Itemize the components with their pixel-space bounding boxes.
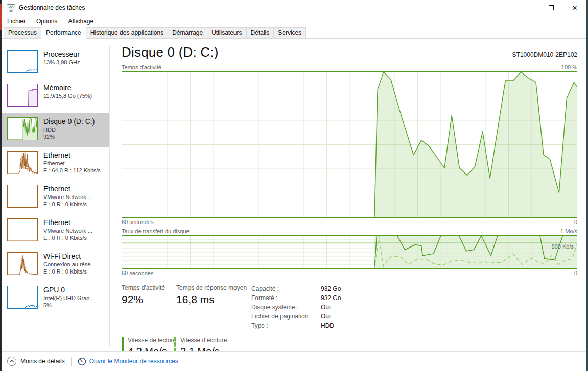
property-row: Fichier de pagination :Oui	[251, 312, 341, 321]
stat-label: Temps de réponse moyen	[176, 284, 251, 291]
read-speed: Vitesse de lecture 4,2 Mo/s	[122, 337, 174, 351]
sidebar-item-memory[interactable]: Mémoire11,9/15,8 Go (75%)	[2, 80, 109, 113]
activity-chart-max: 100 %	[561, 64, 577, 70]
tab-label: Performance	[46, 29, 81, 36]
tab-performance[interactable]: Performance	[41, 27, 86, 39]
sidebar-item-line: E : 0 R : 0 Kbits/s	[43, 268, 96, 275]
sidebar-item-line: Ethernet	[43, 160, 101, 167]
sidebar-item-meta: Disque 0 (D: C:)HDD92%	[43, 117, 95, 140]
property-label: Type :	[251, 322, 321, 329]
read-write-speeds: Vitesse de lecture 4,2 Mo/s Vitesse d'éc…	[122, 337, 577, 351]
background-window-edge-left	[0, 0, 2, 371]
sidebar-item-ethernet2[interactable]: EthernetVMware Network ...E : 0 R : 0 Kb…	[2, 181, 109, 214]
less-details-button[interactable]: Moins de détails	[20, 358, 65, 365]
maximize-icon	[549, 5, 554, 10]
menu-fichier[interactable]: Fichier	[7, 18, 26, 25]
write-speed: Vitesse d'écriture 2,1 Mo/s	[174, 337, 247, 351]
axis-left-label: 60 secondes	[122, 219, 153, 226]
tab-label: Utilisateurs	[211, 29, 242, 36]
window-title: Gestionnaire des tâches	[19, 4, 85, 11]
content-area: Processeur13% 3,98 GHzMémoire11,9/15,8 G…	[2, 39, 586, 351]
chevron-up-circle-icon[interactable]	[7, 356, 17, 366]
sidebar-item-title: Ethernet	[43, 218, 92, 227]
property-value: 932 Go	[321, 294, 341, 302]
sidebar-item-line: 5%	[43, 302, 95, 309]
cpu-thumbnail-chart	[7, 50, 38, 73]
sidebar-item-line: 92%	[43, 133, 95, 140]
axis-right-label: 0	[574, 270, 577, 277]
sidebar-item-gpu0[interactable]: GPU 0Intel(R) UHD Grap...5%	[2, 282, 109, 315]
page-title: Disque 0 (D: C:)	[122, 44, 219, 60]
sidebar-item-title: Wi-Fi Direct	[43, 252, 96, 260]
minimize-icon: −	[526, 4, 530, 12]
sidebar-item-meta: GPU 0Intel(R) UHD Grap...5%	[43, 286, 95, 309]
tab-label: Démarrage	[172, 29, 203, 36]
maximize-button[interactable]	[539, 0, 563, 15]
transfer-chart-labels: Taux de transfert du disque 1 Mo/s	[122, 228, 577, 234]
stat-label: Vitesse d'écriture	[180, 337, 247, 344]
disk-header: Disque 0 (D: C:) ST1000DM010-2EP102	[122, 43, 577, 60]
activity-chart-title: Temps d'activité	[122, 64, 161, 70]
close-button[interactable]: ✕	[563, 0, 586, 15]
sidebar-item-meta: Wi-Fi DirectConnexion au rése...E : 0 R …	[43, 252, 96, 275]
sidebar-item-line: E : 0 R : 0 Kbits/s	[43, 234, 92, 241]
tab-services[interactable]: Services	[273, 27, 306, 38]
sidebar-item-line: 13% 3,98 GHz	[43, 59, 80, 66]
tab-label: Détails	[251, 29, 270, 36]
tab-historique-des-applications[interactable]: Historique des applications	[86, 27, 168, 38]
property-label: Fichier de pagination :	[251, 313, 321, 320]
ethernet3-thumbnail-chart	[7, 218, 38, 241]
open-resource-monitor-link[interactable]: Ouvrir le Moniteur de ressources	[89, 358, 178, 365]
activity-chart	[122, 71, 577, 218]
sidebar-item-wifi-direct[interactable]: Wi-Fi DirectConnexion au rése...E : 0 R …	[2, 248, 109, 282]
sidebar-item-title: GPU 0	[43, 286, 95, 294]
menu-options[interactable]: Options	[36, 18, 57, 25]
memory-thumbnail-chart	[7, 84, 38, 107]
tab-d-marrage[interactable]: Démarrage	[168, 27, 207, 38]
activity-chart-labels: Temps d'activité 100 %	[122, 64, 577, 70]
sidebar-item-disk0[interactable]: Disque 0 (D: C:)HDD92%	[2, 113, 109, 147]
property-row: Disque système :Oui	[251, 303, 341, 312]
stat-label: Temps d'activité	[122, 284, 176, 291]
sidebar-item-meta: Mémoire11,9/15,8 Go (75%)	[43, 84, 92, 100]
minimize-button[interactable]: −	[516, 0, 539, 15]
property-row: Formaté :932 Go	[251, 293, 341, 303]
disk-properties: Capacité :932 GoFormaté :932 GoDisque sy…	[251, 284, 341, 330]
sidebar-item-ethernet3[interactable]: EthernetVMware Network ...E : 0 R : 0 Kb…	[2, 214, 109, 248]
transfer-chart-max: 1 Mo/s	[560, 228, 577, 234]
tab-utilisateurs[interactable]: Utilisateurs	[207, 27, 246, 38]
sidebar-item-line: VMware Network ...	[43, 193, 92, 201]
stat-value: 2,1 Mo/s	[180, 345, 247, 351]
task-manager-window: Gestionnaire des tâches − ✕ FichierOptio…	[2, 0, 586, 371]
menu-affichage[interactable]: Affichage	[68, 18, 93, 25]
disk-stats: Temps d'activité 92% Temps de réponse mo…	[122, 284, 577, 330]
title-bar: Gestionnaire des tâches − ✕	[2, 0, 586, 15]
sidebar-item-ethernet1[interactable]: EthernetEthernetE : 64,0 R : 112 Kbits/s	[2, 147, 109, 181]
sidebar-item-title: Ethernet	[43, 185, 92, 193]
property-value: Oui	[321, 304, 331, 311]
stat-activity: Temps d'activité 92%	[122, 284, 176, 330]
stat-value: 92%	[122, 293, 176, 306]
tab-d-tails[interactable]: Détails	[246, 27, 274, 38]
close-icon: ✕	[572, 4, 578, 12]
sidebar-item-line: Intel(R) UHD Grap...	[43, 294, 95, 302]
sidebar-item-meta: EthernetEthernetE : 64,0 R : 112 Kbits/s	[43, 151, 101, 174]
axis-left-label: 60 secondes	[122, 270, 153, 277]
property-label: Formaté :	[251, 294, 321, 302]
sidebar-item-title: Disque 0 (D: C:)	[43, 117, 95, 126]
sidebar-item-line: 11,9/15,8 Go (75%)	[43, 92, 92, 100]
transfer-chart: 800 Ko/s	[122, 235, 577, 269]
property-label: Capacité :	[251, 285, 321, 292]
performance-sidebar: Processeur13% 3,98 GHzMémoire11,9/15,8 G…	[2, 39, 109, 351]
wifi-direct-thumbnail-chart	[7, 252, 38, 275]
transfer-chart-title: Taux de transfert du disque	[122, 228, 190, 234]
disk-detail-panel: Disque 0 (D: C:) ST1000DM010-2EP102 Temp…	[122, 39, 577, 351]
sidebar-item-cpu[interactable]: Processeur13% 3,98 GHz	[2, 46, 109, 80]
stat-response-time: Temps de réponse moyen 16,8 ms	[176, 284, 251, 330]
tab-processus[interactable]: Processus	[4, 27, 41, 38]
sidebar-item-line: E : 64,0 R : 112 Kbits/s	[43, 167, 101, 174]
resource-monitor-gauge-icon[interactable]	[78, 357, 86, 366]
device-model: ST1000DM010-2EP102	[512, 51, 577, 58]
transfer-chart-axis: 60 secondes 0	[122, 270, 577, 277]
sidebar-item-title: Processeur	[43, 50, 80, 58]
